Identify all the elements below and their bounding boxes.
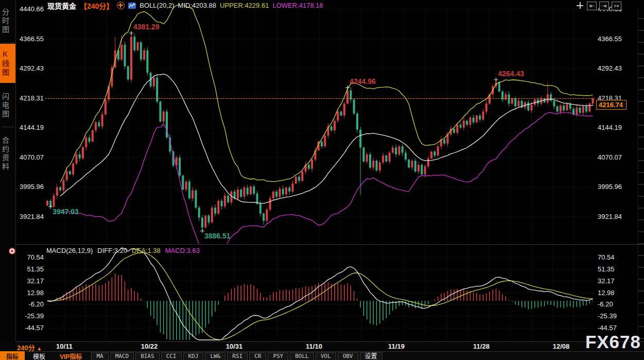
right-axis-label: 32.17 (598, 277, 636, 285)
indicator-button-lw[interactable]: LW& (205, 352, 225, 360)
right-axis-label: 4292.43 (598, 64, 636, 72)
macd-macd-value: MACD:3.63 (165, 247, 200, 254)
right-axis-label: 4366.55 (598, 35, 636, 43)
date-label: 10/11 (49, 342, 80, 350)
chart-tool-icons: ⇤ ⇥ ↦ (576, 2, 621, 10)
settings-button[interactable]: 设置 (360, 352, 382, 360)
current-price-line (45, 98, 595, 99)
scale-right-icon[interactable]: ⇥ (599, 2, 609, 10)
time-axis: 240分 ▲ 10/1110/2210/3111/1011/1911/2812/… (0, 342, 644, 351)
boll-mid-value: MID:4203.88 (178, 2, 216, 9)
shift-right-icon[interactable]: ↦ (612, 2, 621, 10)
crosshair-icon[interactable] (576, 2, 584, 9)
left-axis-label: -6.20 (15, 300, 44, 308)
sidebar-divider (2, 43, 14, 43)
macd-diff-value: DIFF:3.20 (97, 247, 127, 254)
date-label: 12/08 (546, 342, 577, 350)
date-label: 10/22 (134, 342, 165, 350)
period-text: 240分 (17, 344, 35, 352)
boll-upper-value: UPPER:4229.61 (220, 2, 269, 9)
date-label: 11/28 (466, 342, 497, 350)
date-label: 11/19 (381, 342, 412, 350)
right-scrollbar[interactable] (638, 7, 644, 340)
macd-title: MACD(26,12,9) (46, 247, 93, 254)
boll-lower-value: LOWER:4178.16 (272, 2, 323, 9)
sidebar-divider (2, 127, 14, 127)
indicator-button-macd[interactable]: MACD (110, 352, 134, 360)
template-button[interactable]: 模板 (27, 351, 51, 360)
right-axis-label: 4144.19 (598, 124, 636, 131)
left-axis-label: 12.98 (15, 289, 44, 297)
left-axis-label: 4144.19 (15, 124, 44, 131)
price-annotation: 4244.96 (350, 77, 376, 85)
indicator-settings-icon[interactable] (9, 248, 15, 254)
indicator-button-ma[interactable]: MA (91, 352, 108, 360)
sidebar-tab-kline[interactable]: K线图 (0, 44, 15, 83)
vip-indicator-button[interactable]: VIP指标 (54, 351, 88, 360)
boll-title: BOLL(20,2) (140, 2, 174, 9)
left-axis-label: 51.35 (15, 265, 44, 273)
left-axis-label: 3995.96 (15, 183, 44, 191)
indicator-button-kdj[interactable]: KDJ (183, 352, 204, 360)
indicator-button-rsi[interactable]: RSI (227, 352, 248, 360)
chart-header: 现货黄金 【240分】 BOLL(20,2) MID:4203.88 UPPER… (47, 1, 323, 10)
indicator-button-psy[interactable]: PSY (268, 352, 288, 360)
chart-icon[interactable] (128, 3, 136, 9)
indicator-button-cci[interactable]: CCI (161, 352, 182, 360)
indicator-button-vol[interactable]: VOL (316, 352, 336, 360)
scale-left-icon[interactable]: ⇤ (587, 2, 597, 10)
left-axis-label: 32.17 (15, 277, 44, 285)
indicator-button-cr[interactable]: CR (249, 352, 266, 360)
right-axis-label: 3921.84 (598, 213, 636, 220)
left-axis-label: 4070.07 (15, 153, 44, 161)
bottom-toolbar: 指标 模板 VIP指标 MAMACDBIASCCIKDJLW&RSICRPSYB… (0, 351, 644, 360)
sidebar-tab-flash[interactable]: 闪电图 (0, 85, 15, 126)
left-axis-label: 4440.66 (15, 5, 44, 13)
left-sidebar: 分时图 K线图 闪电图 合约资料 (0, 0, 16, 351)
macd-dea-value: DEA:1.38 (132, 247, 161, 254)
indicator-button-boll[interactable]: BOLL (290, 352, 314, 360)
fx678-watermark: FX678 (585, 332, 641, 352)
pane-separator (0, 244, 644, 245)
price-annotation: 3947.03 (53, 208, 79, 216)
price-annotation: 4381.29 (133, 23, 160, 31)
trading-app: { "header": { "symbol": "现货黄金", "period"… (0, 0, 644, 360)
left-axis-label: 3921.84 (15, 213, 44, 220)
right-axis-label: -44.57 (598, 324, 636, 332)
price-annotation: 4264.43 (498, 70, 525, 78)
left-axis-label: 70.54 (15, 253, 44, 261)
restore-icon[interactable] (117, 2, 125, 9)
indicator-button-obv[interactable]: OBV (338, 352, 358, 360)
right-axis-label: -25.39 (598, 312, 636, 320)
right-axis-label: 3995.96 (598, 183, 636, 191)
candlestick-chart-canvas[interactable]: 3947.034381.293886.514244.964264.43 (0, 0, 644, 341)
date-label: 11/10 (299, 342, 329, 350)
period-label: 【240分】 (80, 1, 113, 11)
right-axis-label: 12.98 (598, 289, 636, 297)
sidebar-tab-timeline[interactable]: 分时图 (0, 1, 15, 41)
left-axis-label: 4366.55 (15, 35, 44, 43)
indicator-button-bias[interactable]: BIAS (135, 352, 160, 360)
right-axis-label: 51.35 (598, 265, 636, 273)
price-annotation: 3886.51 (204, 232, 231, 240)
left-axis-label: -25.39 (15, 312, 44, 320)
sidebar-tab-contract-info[interactable]: 合约资料 (0, 128, 15, 180)
symbol-name: 现货黄金 (47, 1, 76, 11)
macd-header: MACD(26,12,9) DIFF:3.20 DEA:1.38 MACD:3.… (46, 247, 200, 254)
current-price-tag: 4216.74 (596, 100, 626, 110)
indicator-button[interactable]: 指标 (0, 351, 25, 360)
triangle-up-icon: ▲ (37, 346, 42, 351)
left-axis-label: 4292.43 (15, 64, 44, 72)
date-label: 10/31 (219, 342, 250, 350)
right-axis-label: 70.54 (598, 253, 636, 261)
right-axis-label: -6.20 (598, 300, 636, 308)
left-axis-label: 4218.31 (15, 94, 44, 102)
left-axis-label: -44.57 (15, 324, 44, 332)
right-axis-label: 4070.07 (598, 153, 636, 161)
